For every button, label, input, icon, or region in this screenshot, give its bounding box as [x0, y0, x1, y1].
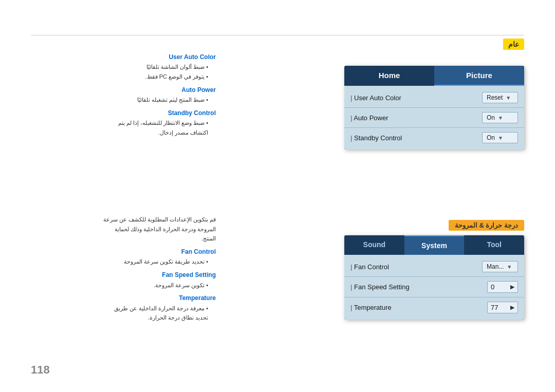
bullet-fan-control: تحديد طريقة تكوين سرعة المروحة — [103, 257, 216, 267]
label-fan-speed-setting: Fan Speed Setting — [350, 283, 487, 291]
label-fan-control: Fan Control — [350, 263, 482, 271]
bottom-panel-tabs: Sound System Tool — [344, 235, 524, 255]
row-auto-power: Auto Power On ▼ — [344, 108, 524, 128]
dropdown-fan-control[interactable]: Man... ▼ — [482, 261, 518, 272]
label-user-auto-color: User Auto Color — [350, 94, 482, 102]
label-standby-control: Standby Control — [350, 134, 482, 142]
label-temperature: Temperature — [350, 304, 487, 311]
top-badge: عام — [503, 39, 524, 50]
title-fan-speed-setting: Fan Speed Setting — [103, 270, 216, 280]
row-fan-speed-setting: Fan Speed Setting 0 ▶ — [344, 277, 524, 297]
bullet-standby-control: ضبط وضع الانتظار للتشغيله، إذا لم يتم اك… — [103, 118, 216, 137]
tab-home[interactable]: Home — [344, 66, 434, 86]
row-user-auto-color: User Auto Color Reset ▼ — [344, 88, 524, 108]
arabic-text-bottom: قم بتكوين الإعدادات المطلوبة للكشف عن سر… — [103, 215, 216, 323]
nav-arrow-fan-speed[interactable]: ▶ — [510, 284, 514, 290]
title-auto-power: Auto Power — [103, 85, 216, 95]
bottom-badge: درجة حرارة & المروحة — [449, 220, 524, 231]
dropdown-arrow-user-auto-color: ▼ — [506, 95, 511, 101]
top-ui-panel: Home Picture User Auto Color Reset ▼ Aut… — [344, 66, 524, 150]
title-user-auto-color: User Auto Color — [103, 52, 216, 62]
row-standby-control: Standby Control On ▼ — [344, 128, 524, 147]
tab-picture[interactable]: Picture — [434, 66, 524, 86]
dropdown-auto-power[interactable]: On ▼ — [482, 112, 518, 123]
nav-arrow-temperature[interactable]: ▶ — [510, 304, 514, 311]
arabic-intro: قم بتكوين الإعدادات المطلوبة للكشف عن سر… — [103, 215, 216, 244]
bottom-panel-rows: Fan Control Man... ▼ Fan Speed Setting 0… — [344, 255, 524, 320]
dropdown-standby-control[interactable]: On ▼ — [482, 132, 518, 143]
value-fan-speed-setting: 0 ▶ — [487, 281, 518, 293]
tab-sound[interactable]: Sound — [344, 235, 404, 255]
bottom-ui-panel: Sound System Tool Fan Control Man... ▼ F… — [344, 235, 524, 320]
bullet-temperature: معرفة درجة الحرارة الداخلية عن طريق تحدي… — [103, 304, 216, 323]
title-standby-control: Standby Control — [103, 108, 216, 118]
dropdown-arrow-fan-control: ▼ — [507, 264, 512, 270]
top-panel-tabs: Home Picture — [344, 66, 524, 86]
arabic-text-top: User Auto Color ضبط ألوان الشاشة تلقائيً… — [103, 49, 216, 138]
value-temperature: 77 ▶ — [487, 302, 518, 313]
title-temperature: Temperature — [103, 293, 216, 303]
tab-system[interactable]: System — [404, 235, 465, 255]
row-fan-control: Fan Control Man... ▼ — [344, 257, 524, 277]
bullet-user-auto-color-1: ضبط ألوان الشاشة تلقائيًا — [103, 62, 216, 72]
page-number: 118 — [31, 363, 50, 377]
title-fan-control: Fan Control — [103, 247, 216, 257]
row-temperature: Temperature 77 ▶ — [344, 297, 524, 318]
tab-tool[interactable]: Tool — [464, 235, 524, 255]
dropdown-user-auto-color[interactable]: Reset ▼ — [482, 92, 518, 103]
bullet-user-auto-color-2: يتوفر في الوضع PC فقط. — [103, 72, 216, 82]
bullet-auto-power: ضبط المنتج ليتم تشغيله تلقائيًا — [103, 95, 216, 105]
top-panel-rows: User Auto Color Reset ▼ Auto Power On ▼ … — [344, 86, 524, 150]
label-auto-power: Auto Power — [350, 114, 482, 122]
dropdown-arrow-standby-control: ▼ — [498, 135, 503, 141]
top-divider — [31, 35, 524, 35]
dropdown-arrow-auto-power: ▼ — [498, 115, 503, 121]
bullet-fan-speed: تكوين سرعة المروحة. — [103, 281, 216, 290]
